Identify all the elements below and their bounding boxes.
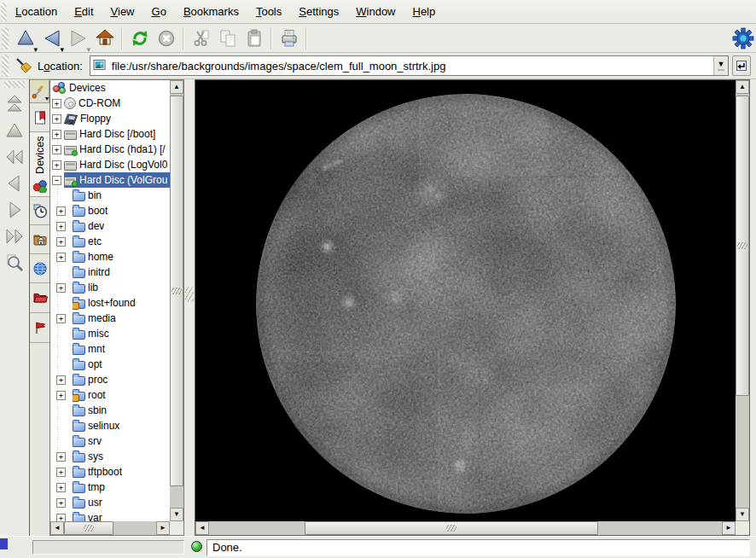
- go-button[interactable]: [732, 55, 751, 76]
- menu-edit[interactable]: Edit: [66, 2, 102, 22]
- tree-item-cd-rom[interactable]: +CD-ROM: [50, 96, 170, 111]
- up-button[interactable]: ▾: [12, 26, 38, 51]
- tree-expander[interactable]: +: [56, 283, 66, 293]
- tree-item-sbin[interactable]: +sbin: [50, 403, 170, 418]
- tree-expander[interactable]: +: [56, 222, 66, 231]
- tree-item-media[interactable]: +media: [50, 311, 170, 326]
- location-combobox[interactable]: file:/usr/share/backgrounds/images/space…: [90, 55, 729, 76]
- tree-item-hard-disc-hda1-[interactable]: +Hard Disc (hda1) [/: [50, 142, 170, 157]
- double-up-button[interactable]: [3, 91, 26, 116]
- menu-location[interactable]: Location: [7, 2, 66, 22]
- tree-expander[interactable]: +: [56, 514, 66, 522]
- menu-tools[interactable]: Tools: [247, 2, 290, 22]
- tree-hscrollbar[interactable]: ◄ ►: [50, 521, 170, 535]
- print-button[interactable]: [276, 26, 302, 51]
- tree-expander[interactable]: +: [52, 130, 61, 139]
- nav-toolbar-handle[interactable]: [4, 81, 25, 88]
- tree-expander[interactable]: +: [56, 468, 66, 477]
- forward-button[interactable]: ▾: [65, 26, 91, 51]
- tree-item-tmp[interactable]: +tmp: [50, 480, 170, 495]
- tree-item-srv[interactable]: +srv: [50, 433, 170, 449]
- stop-button[interactable]: [153, 26, 179, 51]
- cut-button[interactable]: [188, 26, 214, 51]
- tree-item-sys[interactable]: +sys: [50, 449, 170, 464]
- left-arrow-button[interactable]: [3, 171, 26, 195]
- image-scroll-left-arrow[interactable]: ◄: [195, 521, 209, 535]
- double-right-button[interactable]: [3, 224, 26, 248]
- tree-item-misc[interactable]: +misc: [50, 326, 170, 341]
- tree-scroll-left-arrow[interactable]: ◄: [50, 521, 64, 535]
- tree-expander[interactable]: +: [56, 314, 66, 323]
- sidebar-tab-devices[interactable]: Devices: [30, 132, 49, 197]
- tree-item-boot[interactable]: +boot: [50, 203, 170, 218]
- tree-expander[interactable]: −: [52, 176, 61, 185]
- tree-item-root[interactable]: +root: [50, 387, 170, 403]
- tree-item-proc[interactable]: +proc: [50, 372, 170, 387]
- home-button[interactable]: [91, 26, 118, 51]
- clear-location-button[interactable]: [12, 54, 36, 78]
- menu-view[interactable]: View: [102, 2, 143, 22]
- tree-item-devices[interactable]: Devices: [50, 80, 170, 96]
- tree-item-initrd[interactable]: +initrd: [50, 264, 170, 280]
- sidebar-tab-network[interactable]: [30, 254, 49, 283]
- splitter-grip[interactable]: [185, 287, 194, 302]
- tree-item-hard-disc-volgrou[interactable]: −Hard Disc (VolGrou: [50, 172, 170, 188]
- menu-bookmarks[interactable]: Bookmarks: [175, 2, 247, 22]
- tree-item-etc[interactable]: +etc: [50, 234, 170, 249]
- menu-go[interactable]: Go: [143, 2, 175, 22]
- tree-item-hard-disc-boot-[interactable]: +Hard Disc [/boot]: [50, 126, 170, 142]
- tree-item-usr[interactable]: +usr: [50, 495, 170, 510]
- menubar-handle[interactable]: [1, 3, 7, 21]
- right-arrow-button[interactable]: [3, 197, 26, 222]
- tree-item-hard-disc-logvol0[interactable]: +Hard Disc (LogVol0: [50, 157, 170, 172]
- tree-expander[interactable]: +: [56, 206, 66, 216]
- image-canvas[interactable]: [195, 80, 736, 521]
- tree-item-floppy[interactable]: +Floppy: [50, 111, 170, 126]
- magnifier-button[interactable]: [3, 250, 26, 275]
- image-hscroll-thumb[interactable]: [305, 521, 598, 535]
- tree-item-lib[interactable]: +lib: [50, 280, 170, 295]
- sidebar-config-button[interactable]: ▾: [30, 79, 49, 103]
- menu-settings[interactable]: Settings: [290, 2, 347, 22]
- sidebar-splitter[interactable]: [184, 79, 195, 536]
- tree-item-bin[interactable]: +bin: [50, 188, 170, 203]
- tree-expander[interactable]: +: [56, 498, 66, 508]
- sidebar-tab-services[interactable]: [30, 313, 49, 343]
- tree-expander[interactable]: +: [56, 375, 66, 385]
- tree-expander[interactable]: +: [56, 237, 66, 247]
- location-input[interactable]: file:/usr/share/backgrounds/images/space…: [109, 60, 713, 73]
- tree-expander[interactable]: +: [52, 114, 61, 124]
- image-scroll-up-arrow[interactable]: ▲: [736, 80, 749, 94]
- tree-expander[interactable]: +: [56, 391, 66, 400]
- tree-item-opt[interactable]: +opt: [50, 357, 170, 372]
- reload-button[interactable]: [126, 26, 153, 51]
- tree-scroll-right-arrow[interactable]: ►: [156, 521, 170, 535]
- tree-expander[interactable]: +: [56, 253, 66, 262]
- tree-expander[interactable]: +: [52, 160, 61, 170]
- sidebar-tab-root-folder[interactable]: [30, 283, 49, 313]
- tree-item-home[interactable]: +home: [50, 249, 170, 264]
- up-arrow-button[interactable]: [3, 118, 26, 142]
- tree-item-selinux[interactable]: +selinux: [50, 418, 170, 433]
- tree-vscroll-thumb[interactable]: [170, 96, 183, 486]
- locationbar-handle[interactable]: [2, 55, 9, 77]
- tree-item-tftpboot[interactable]: +tftpboot: [50, 464, 170, 480]
- paste-button[interactable]: [241, 26, 267, 51]
- menu-window[interactable]: Window: [347, 2, 404, 22]
- sidebar-tab-home[interactable]: [30, 225, 49, 254]
- back-button[interactable]: ▾: [38, 26, 65, 51]
- image-scroll-down-arrow[interactable]: ▼: [736, 508, 749, 521]
- sidebar-tab-history[interactable]: [30, 197, 49, 225]
- konqueror-logo-button[interactable]: [730, 26, 756, 51]
- tree-expander[interactable]: +: [56, 483, 66, 492]
- combo-dropdown-button[interactable]: ▼: [713, 56, 728, 75]
- image-vscrollbar[interactable]: ▲ ▼: [736, 80, 749, 521]
- tree-scroll-up-arrow[interactable]: ▲: [170, 80, 183, 94]
- image-hscrollbar[interactable]: ◄ ►: [195, 521, 736, 535]
- tree-item-mnt[interactable]: +mnt: [50, 341, 170, 357]
- image-vscroll-thumb[interactable]: [736, 96, 749, 396]
- sidebar-tab-bookmarks[interactable]: [30, 103, 49, 132]
- tree-hscroll-thumb[interactable]: [64, 521, 113, 535]
- tree-vscrollbar[interactable]: ▲ ▼: [170, 80, 183, 521]
- tree-item-lost+found[interactable]: +lost+found: [50, 295, 170, 311]
